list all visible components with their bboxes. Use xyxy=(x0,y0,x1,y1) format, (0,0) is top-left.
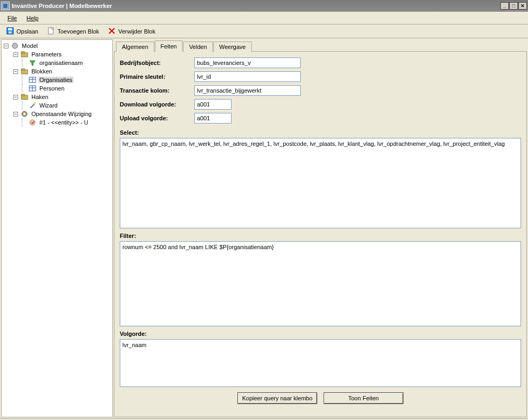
tree-label: organisatienaam xyxy=(38,60,84,66)
tree-label: Model xyxy=(21,43,39,49)
tab-velden[interactable]: Velden xyxy=(183,42,213,52)
transaction-column-label: Transactie kolom: xyxy=(120,87,194,94)
download-order-label: Download volgorde: xyxy=(120,101,194,108)
menu-help[interactable]: Help xyxy=(22,14,43,22)
wizard-icon xyxy=(28,101,37,110)
tree-label: #1 - <<entity>> - U xyxy=(38,119,89,126)
show-facts-button[interactable]: Toon Feiten xyxy=(324,392,403,404)
save-button[interactable]: Opslaan xyxy=(2,26,42,37)
svg-rect-9 xyxy=(21,52,24,53)
primary-key-label: Primaire sleutel: xyxy=(120,73,194,80)
window-titlebar: Invantive Producer | Modelbewerker _ □ ✕ xyxy=(0,0,528,12)
expander-icon[interactable]: − xyxy=(3,43,10,50)
bottom-button-row: Kopieer query naar klembo Toon Feiten xyxy=(120,392,521,404)
tab-algemeen[interactable]: Algemeen xyxy=(116,42,154,52)
folder-icon xyxy=(20,67,29,76)
expander-icon[interactable]: − xyxy=(12,68,19,75)
business-object-label: Bedrijfsobject: xyxy=(120,60,194,66)
svg-rect-20 xyxy=(21,94,24,96)
tab-weergave[interactable]: Weergave xyxy=(213,42,252,52)
tree-block-personen[interactable]: Personen xyxy=(22,84,111,93)
table-icon xyxy=(28,76,37,84)
select-textarea[interactable] xyxy=(120,138,521,228)
folder-icon xyxy=(20,93,29,101)
funnel-icon xyxy=(28,59,37,67)
add-block-label: Toevoegen Blok xyxy=(57,28,99,35)
tab-strip: Algemeen Feiten Velden Weergave xyxy=(114,39,527,51)
tree-parameters[interactable]: − Parameters xyxy=(12,50,111,59)
filter-label: Filter: xyxy=(120,233,521,239)
transaction-column-input[interactable] xyxy=(194,85,301,96)
copy-query-button[interactable]: Kopieer query naar klembo xyxy=(237,392,317,404)
svg-point-24 xyxy=(23,113,26,115)
delete-icon xyxy=(108,27,116,36)
window-title: Invantive Producer | Modelbewerker xyxy=(12,3,500,9)
main-area: − Model − Parameters organisatienaam − B… xyxy=(0,38,528,418)
model-tree[interactable]: − Model − Parameters organisatienaam − B… xyxy=(1,39,113,417)
tree-label: Blokken xyxy=(30,68,53,75)
business-object-input[interactable] xyxy=(194,57,301,68)
download-order-input[interactable] xyxy=(194,99,232,110)
expander-icon[interactable]: − xyxy=(12,94,19,101)
tree-hooks[interactable]: − Haken xyxy=(12,93,111,101)
expander-icon[interactable]: − xyxy=(12,111,19,118)
tree-label: Organisaties xyxy=(38,77,73,83)
svg-rect-12 xyxy=(21,69,24,70)
tree-pending-changes[interactable]: − Openstaande Wijziging xyxy=(12,110,111,118)
change-icon xyxy=(28,118,37,127)
tree-root-model[interactable]: − Model xyxy=(3,42,111,50)
svg-rect-0 xyxy=(3,3,8,9)
toolbar: Opslaan Toevoegen Blok Verwijder Blok xyxy=(0,24,528,38)
tab-feiten[interactable]: Feiten xyxy=(155,40,183,52)
filter-textarea[interactable] xyxy=(120,241,521,326)
save-label: Opslaan xyxy=(16,28,38,35)
document-icon xyxy=(47,27,55,36)
table-icon xyxy=(28,84,37,93)
svg-rect-4 xyxy=(48,28,53,34)
maximize-button[interactable]: □ xyxy=(509,2,518,10)
upload-order-label: Upload volgorde: xyxy=(120,115,194,121)
upload-order-input[interactable] xyxy=(194,113,232,123)
tree-pending-item[interactable]: #1 - <<entity>> - U xyxy=(22,118,111,127)
app-icon xyxy=(1,2,10,10)
folder-icon xyxy=(20,50,29,59)
minimize-button[interactable]: _ xyxy=(500,2,509,10)
order-textarea[interactable] xyxy=(120,339,521,387)
tree-blocks[interactable]: − Blokken xyxy=(12,67,111,76)
svg-marker-10 xyxy=(30,61,35,65)
svg-point-7 xyxy=(12,43,18,48)
tab-pane-feiten: Bedrijfsobject: Primaire sleutel: Transa… xyxy=(114,51,527,417)
menu-bar: File Help xyxy=(0,12,528,24)
tree-hook-wizard[interactable]: Wizard xyxy=(22,101,111,110)
svg-rect-2 xyxy=(8,28,12,30)
save-icon xyxy=(6,27,14,36)
content-area: Algemeen Feiten Velden Weergave Bedrijfs… xyxy=(114,39,527,417)
select-label: Select: xyxy=(120,129,521,136)
svg-point-22 xyxy=(34,102,36,104)
remove-block-button[interactable]: Verwijder Blok xyxy=(104,26,159,37)
expander-icon[interactable]: − xyxy=(12,51,19,58)
close-button[interactable]: ✕ xyxy=(518,2,527,10)
svg-rect-3 xyxy=(9,31,12,34)
tree-label: Personen xyxy=(38,85,65,92)
menu-file[interactable]: File xyxy=(3,14,21,22)
svg-point-25 xyxy=(30,120,35,125)
tree-parameter-item[interactable]: organisatienaam xyxy=(22,59,111,67)
tree-label: Parameters xyxy=(30,51,63,57)
tree-label: Haken xyxy=(30,94,50,100)
tree-label: Wizard xyxy=(38,102,59,109)
add-block-button[interactable]: Toevoegen Blok xyxy=(43,26,103,37)
window-controls: _ □ ✕ xyxy=(500,2,527,10)
primary-key-input[interactable] xyxy=(194,71,301,82)
gear-icon xyxy=(20,110,29,118)
tree-block-organisaties[interactable]: Organisaties xyxy=(22,76,111,84)
model-icon xyxy=(11,42,19,50)
tree-label: Openstaande Wijziging xyxy=(30,111,93,117)
remove-block-label: Verwijder Blok xyxy=(118,28,155,35)
order-label: Volgorde: xyxy=(120,331,521,337)
